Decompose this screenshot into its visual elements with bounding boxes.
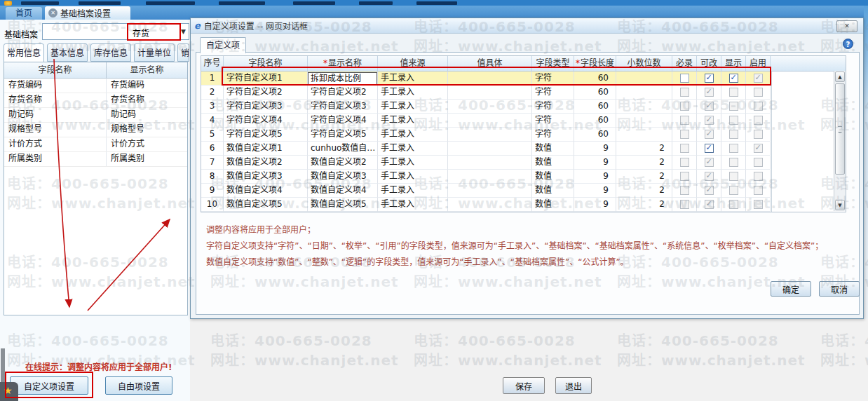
cell-display: 字符自定义项2 xyxy=(308,86,378,100)
cell-seq: 9 xyxy=(201,184,224,198)
cell-dec xyxy=(616,128,672,142)
checkbox-editable xyxy=(705,88,714,97)
dialog-table-row[interactable]: 10数值自定义项5数值自定义项5手工录入数值92 xyxy=(201,198,771,212)
field-row[interactable]: 所属类别所属类别 xyxy=(4,152,187,167)
left-tab-3[interactable]: 库存信息 xyxy=(90,43,131,62)
cell-seq: 5 xyxy=(201,128,224,142)
cell-check xyxy=(672,100,697,114)
favorites-corner[interactable] xyxy=(0,382,18,401)
dialog-table-row[interactable]: 5字符自定义项5字符自定义项5手工录入字符60 xyxy=(201,128,771,142)
dialog-table-row[interactable]: 8数值自定义项3数值自定义项3手工录入数值92 xyxy=(201,170,771,184)
dialog-scrollbar[interactable] xyxy=(834,71,846,211)
column-header-field-name: 字段名称 xyxy=(4,62,107,78)
field-name-cell: 存货编码 xyxy=(4,79,107,93)
note-line: 数值自定义项支持“数值”、“整数”、“逻辑”的字段类型，值来源可为“手工录入”、… xyxy=(206,254,860,270)
scroll-up-icon[interactable] xyxy=(835,72,845,82)
star-icon xyxy=(4,385,13,396)
cell-display: 字符自定义项3 xyxy=(308,100,378,114)
cell-source: 手工录入 xyxy=(378,170,448,184)
cell-check xyxy=(697,198,721,212)
column-header-display-name: 显示名称 xyxy=(107,62,187,78)
field-row[interactable]: 存货名称存货名称 xyxy=(4,93,187,108)
cell-detail xyxy=(448,100,532,114)
custom-item-settings-button[interactable]: 自定义项设置 xyxy=(10,376,88,395)
free-item-settings-button[interactable]: 自由项设置 xyxy=(105,376,172,395)
display-name-cell: 助记码 xyxy=(107,108,187,122)
scroll-down-icon[interactable] xyxy=(835,200,845,210)
dialog-table-row[interactable]: 1字符自定义项1拆卸成本比例手工录入字符60 xyxy=(201,72,771,86)
cell-check xyxy=(672,72,697,86)
left-tab-4[interactable]: 计量单位 xyxy=(134,43,175,62)
dialog-table-row[interactable]: 6数值自定义项1cunhuo数值自…手工录入数值92 xyxy=(201,142,771,156)
left-tab-partial[interactable]: 销 xyxy=(177,43,189,62)
dropdown-arrow-icon[interactable] xyxy=(181,28,186,35)
dialog-table-row[interactable]: 4字符自定义项4字符自定义项4手工录入字符60 xyxy=(201,114,771,128)
checkbox-visible[interactable] xyxy=(729,74,738,83)
cell-type: 字符 xyxy=(532,100,574,114)
cancel-button[interactable]: 取消 xyxy=(819,281,860,297)
custom-items-table: 序号字段名称显示名称值来源值具体字段类型字段长度小数位数必录可改显示启用 1字符… xyxy=(201,55,846,212)
checkbox-visible xyxy=(729,158,738,167)
dialog-close-button[interactable] xyxy=(836,20,857,32)
cell-check xyxy=(672,198,697,212)
checkbox-editable[interactable] xyxy=(705,144,714,153)
cell-dec: 2 xyxy=(616,198,672,212)
exit-button[interactable]: 退出 xyxy=(555,377,592,394)
checkbox-required xyxy=(680,130,689,139)
field-row[interactable]: 助记码助记码 xyxy=(4,108,187,123)
cell-check xyxy=(672,114,697,128)
cell-check xyxy=(721,170,746,184)
tab-home[interactable]: 首页 xyxy=(6,7,42,20)
display-name-cell: 存货名称 xyxy=(107,93,187,107)
field-row[interactable]: 计价方式计价方式 xyxy=(4,137,187,152)
dialog-tab-custom-items[interactable]: 自定义项 xyxy=(200,37,246,53)
collapse-handle[interactable] xyxy=(1,348,5,383)
scroll-thumb[interactable] xyxy=(835,83,845,175)
cell-check xyxy=(746,156,771,170)
cell-seq: 2 xyxy=(201,86,224,100)
checkbox-visible xyxy=(729,144,738,153)
column-header: 序号 xyxy=(201,56,224,71)
save-button[interactable]: 保存 xyxy=(503,377,545,394)
help-icon[interactable] xyxy=(843,39,853,49)
column-header: 字段长度 xyxy=(574,56,616,71)
cell-check xyxy=(697,170,721,184)
dialog-titlebar[interactable]: 自定义项设置 -- 网页对话框 xyxy=(191,18,863,34)
dialog-table-row[interactable]: 3字符自定义项3字符自定义项3手工录入字符60 xyxy=(201,100,771,114)
dialog-table-row[interactable]: 9数值自定义项4数值自定义项4手工录入数值92 xyxy=(201,184,771,198)
cell-name: 数值自定义项5 xyxy=(224,198,308,212)
dialog-table-row[interactable]: 2字符自定义项2字符自定义项2手工录入字符60 xyxy=(201,86,771,100)
cell-type: 数值 xyxy=(532,184,574,198)
tab-close-icon[interactable] xyxy=(48,8,57,18)
cell-type: 字符 xyxy=(532,86,574,100)
checkbox-enabled xyxy=(754,172,763,181)
tab-basic-archive-settings[interactable]: 基础档案设置 xyxy=(45,6,130,20)
cell-check xyxy=(746,114,771,128)
field-row[interactable]: 规格型号规格型号 xyxy=(4,123,187,137)
cell-check xyxy=(672,128,697,142)
archive-combobox[interactable]: 存货 xyxy=(42,23,189,40)
field-row[interactable]: 存货编码存货编码 xyxy=(4,79,187,93)
ok-button[interactable]: 确定 xyxy=(771,281,811,297)
cell-display: 字符自定义项5 xyxy=(308,128,378,142)
column-header: 可改 xyxy=(697,56,721,71)
cell-check xyxy=(746,198,771,212)
checkbox-editable[interactable] xyxy=(705,74,714,83)
left-tab-2[interactable]: 基本信息 xyxy=(47,43,88,62)
cell-check xyxy=(697,114,721,128)
cell-dec: 2 xyxy=(616,156,672,170)
column-header: 字段名称 xyxy=(224,56,308,71)
display-name-editor[interactable]: 拆卸成本比例 xyxy=(308,72,377,85)
combo-value: 存货 xyxy=(133,27,149,39)
cell-display: 数值自定义项5 xyxy=(308,198,378,212)
checkbox-required[interactable] xyxy=(680,74,689,83)
menu-fragment xyxy=(416,1,457,5)
menu-fragment xyxy=(146,1,195,5)
left-tab-1[interactable]: 常用信息 xyxy=(4,43,44,63)
cell-check xyxy=(697,184,721,198)
checkbox-enabled xyxy=(754,130,763,139)
left-tabs: 常用信息基本信息库存信息计量单位销 xyxy=(4,43,189,63)
cell-name: 数值自定义项2 xyxy=(224,156,308,170)
dialog-table-row[interactable]: 7数值自定义项2数值自定义项2手工录入数值92 xyxy=(201,156,771,170)
dialog-title: 自定义项设置 -- 网页对话框 xyxy=(204,20,308,32)
